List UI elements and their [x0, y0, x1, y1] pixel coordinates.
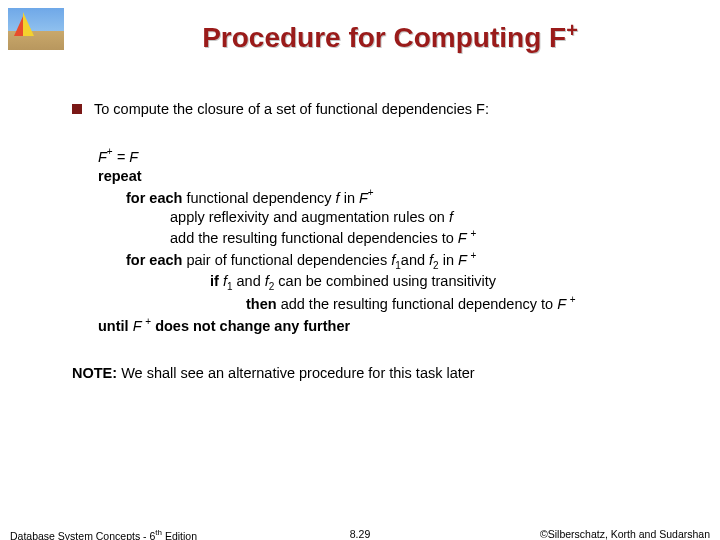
algo-line: repeat	[98, 167, 690, 187]
algo-line: add the resulting functional dependencie…	[98, 227, 690, 248]
algo-text: F	[458, 252, 471, 268]
note-line: NOTE: We shall see an alternative proced…	[72, 364, 690, 384]
algo-sup: +	[570, 294, 576, 305]
algo-text: F	[557, 296, 570, 312]
title-sup: +	[566, 19, 578, 41]
footer-right: ©Silberschatz, Korth and Sudarshan	[540, 528, 710, 540]
algo-text: functional dependency	[182, 189, 335, 205]
algo-text: F	[133, 318, 146, 334]
sail-icon	[23, 12, 34, 36]
slide: Procedure for Computing F+ To compute th…	[0, 0, 720, 540]
algo-text: F	[359, 189, 368, 205]
algo-keyword: does not change any further	[151, 318, 350, 334]
algo-text: in	[439, 252, 458, 268]
algo-text: and	[401, 252, 429, 268]
corner-image	[8, 8, 64, 50]
algo-line: until F + does not change any further	[98, 315, 690, 336]
algo-line: if f1 and f2 can be combined using trans…	[98, 272, 690, 293]
note-text: We shall see an alternative procedure fo…	[117, 365, 475, 381]
algo-sup: +	[470, 228, 476, 239]
algo-text: F	[98, 148, 107, 164]
algo-line: then add the resulting functional depend…	[98, 293, 690, 314]
algo-sup: +	[471, 250, 477, 261]
algo-keyword: then	[246, 296, 277, 312]
algo-text: add the resulting functional dependency …	[277, 296, 558, 312]
algo-text: add the resulting functional dependencie…	[170, 230, 458, 246]
algo-text: pair of functional dependencies	[182, 252, 391, 268]
algo-keyword: for each	[126, 189, 182, 205]
algo-line: for each functional dependency f in F+	[98, 187, 690, 208]
algorithm-block: F+ = F repeat for each functional depend…	[98, 146, 690, 337]
algo-text: f	[449, 209, 453, 225]
note-label: NOTE:	[72, 365, 117, 381]
algo-keyword: if	[210, 273, 223, 289]
algo-line: F+ = F	[98, 146, 690, 167]
algo-keyword: for each	[126, 252, 182, 268]
algo-text: and	[232, 273, 264, 289]
slide-title: Procedure for Computing F+	[80, 22, 700, 54]
title-text: Procedure for Computing F	[202, 22, 566, 53]
bullet-text: To compute the closure of a set of funct…	[94, 100, 489, 120]
slide-body: To compute the closure of a set of funct…	[72, 100, 690, 384]
algo-text: apply reflexivity and augmentation rules…	[170, 209, 449, 225]
algo-keyword: repeat	[98, 168, 142, 184]
algo-sup: +	[368, 188, 374, 199]
algo-text: in	[340, 189, 359, 205]
bullet-row: To compute the closure of a set of funct…	[72, 100, 690, 120]
algo-keyword: until	[98, 318, 133, 334]
algo-text: F	[458, 230, 471, 246]
algo-line: apply reflexivity and augmentation rules…	[98, 208, 690, 228]
bullet-icon	[72, 104, 82, 114]
algo-text: = F	[113, 148, 138, 164]
algo-line: for each pair of functional dependencies…	[98, 249, 690, 272]
algo-text: can be combined using transitivity	[274, 273, 496, 289]
